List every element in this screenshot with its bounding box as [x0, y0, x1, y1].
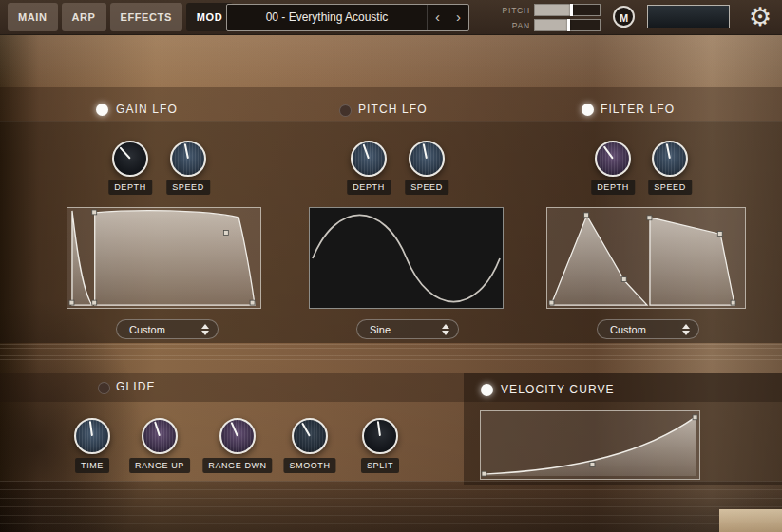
gain-lfo-depth-label: DEPTH	[108, 180, 152, 195]
glide-time-knob[interactable]	[74, 418, 110, 454]
pitch-lfo-speed-knob[interactable]	[409, 141, 445, 177]
midi-monitor-button[interactable]: M	[613, 6, 635, 28]
velocity-curve-power-led[interactable]	[481, 384, 493, 396]
tab-bar: MAIN ARP EFFECTS MOD	[8, 3, 233, 31]
glide-range-down-knob[interactable]	[219, 418, 256, 454]
pitch-lfo-power-led[interactable]	[339, 104, 352, 117]
pitch-slider-thumb[interactable]	[570, 4, 573, 16]
pitch-lfo-shape-select[interactable]: Sine	[356, 319, 459, 339]
filter-lfo-shape-select[interactable]: Custom	[597, 319, 699, 339]
pan-slider-fill	[535, 20, 567, 30]
knob-pointer	[363, 144, 370, 160]
gain-lfo-speed-label: SPEED	[166, 180, 210, 195]
knob-pointer	[154, 421, 161, 436]
guitar-strings-bottom	[0, 481, 782, 532]
pitch-lfo-title: PITCH LFO	[358, 103, 428, 116]
gain-lfo-wave-display[interactable]	[67, 207, 261, 309]
knob-pointer	[603, 145, 614, 159]
settings-gear-icon[interactable]: ⚙	[744, 1, 776, 33]
pitch-slider[interactable]	[534, 4, 601, 16]
select-arrows-icon	[682, 324, 690, 335]
pitch-label: PITCH	[490, 6, 530, 15]
glide-time-label: TIME	[75, 458, 109, 473]
preset-prev-icon[interactable]: ‹	[427, 5, 448, 30]
glide-range-up-label: RANGE UP	[129, 458, 190, 473]
filter-lfo-speed-knob[interactable]	[652, 141, 688, 177]
select-arrows-icon	[442, 324, 449, 335]
gain-lfo-depth-knob[interactable]	[112, 141, 148, 177]
glide-split-label: SPLIT	[361, 458, 399, 473]
knob-pointer	[120, 146, 131, 159]
guitar-body-highlight	[0, 34, 782, 87]
filter-lfo-depth-knob[interactable]	[595, 141, 631, 177]
pan-slider-thumb[interactable]	[567, 19, 570, 31]
glide-range-up-knob[interactable]	[142, 418, 178, 454]
select-arrows-icon	[201, 324, 209, 335]
top-bar: MAIN ARP EFFECTS MOD 00 - Everything Aco…	[0, 0, 782, 35]
velocity-curve-display[interactable]	[480, 410, 700, 480]
pan-slider[interactable]	[534, 19, 601, 31]
pan-label: PAN	[490, 21, 530, 30]
knob-pointer	[89, 421, 93, 436]
glide-smooth-knob[interactable]	[292, 418, 328, 454]
gain-lfo-title: GAIN LFO	[116, 103, 178, 116]
knob-pointer	[423, 143, 428, 159]
filter-lfo-depth-label: DEPTH	[591, 180, 635, 195]
filter-lfo-title: FILTER LFO	[601, 103, 675, 116]
knob-pointer	[666, 143, 671, 159]
pitch-slider-fill	[535, 5, 570, 15]
knob-pointer	[301, 423, 311, 437]
knob-pointer	[184, 143, 189, 159]
glide-title: GLIDE	[116, 380, 156, 393]
preset-name[interactable]: 00 - Everything Acoustic	[227, 5, 427, 30]
glide-split-knob[interactable]	[362, 418, 398, 454]
shape-select-value: Custom	[129, 324, 201, 335]
tab-effects[interactable]: EFFECTS	[110, 3, 182, 31]
pitch-lfo-wave-display[interactable]	[309, 207, 504, 309]
pitch-lfo-depth-label: DEPTH	[347, 180, 391, 195]
plugin-window: MAIN ARP EFFECTS MOD 00 - Everything Aco…	[0, 0, 782, 532]
tab-main[interactable]: MAIN	[8, 3, 58, 31]
level-meter	[647, 5, 730, 28]
filter-lfo-wave-display[interactable]	[546, 207, 746, 309]
guitar-strings-middle	[0, 344, 782, 361]
glide-range-down-label: RANGE DWN	[202, 458, 272, 473]
gain-lfo-shape-select[interactable]: Custom	[116, 319, 219, 339]
preset-next-icon[interactable]: ›	[448, 5, 468, 30]
shape-select-value: Custom	[610, 324, 682, 335]
knob-pointer	[377, 421, 381, 436]
preset-selector[interactable]: 00 - Everything Acoustic ‹ ›	[226, 4, 469, 31]
pitch-lfo-depth-knob[interactable]	[351, 141, 387, 177]
pitch-lfo-speed-label: SPEED	[405, 180, 448, 195]
shape-select-value: Sine	[370, 324, 442, 335]
tab-arp[interactable]: ARP	[62, 3, 106, 31]
filter-lfo-power-led[interactable]	[582, 104, 594, 116]
gain-lfo-power-led[interactable]	[96, 104, 108, 116]
gain-lfo-speed-knob[interactable]	[170, 141, 206, 177]
knob-pointer	[231, 422, 238, 436]
filter-lfo-speed-label: SPEED	[648, 180, 692, 195]
guitar-bridge	[719, 509, 782, 532]
glide-power-led[interactable]	[98, 382, 110, 394]
glide-smooth-label: SMOOTH	[283, 458, 335, 473]
velocity-curve-title: VELOCITY CURVE	[501, 383, 615, 396]
